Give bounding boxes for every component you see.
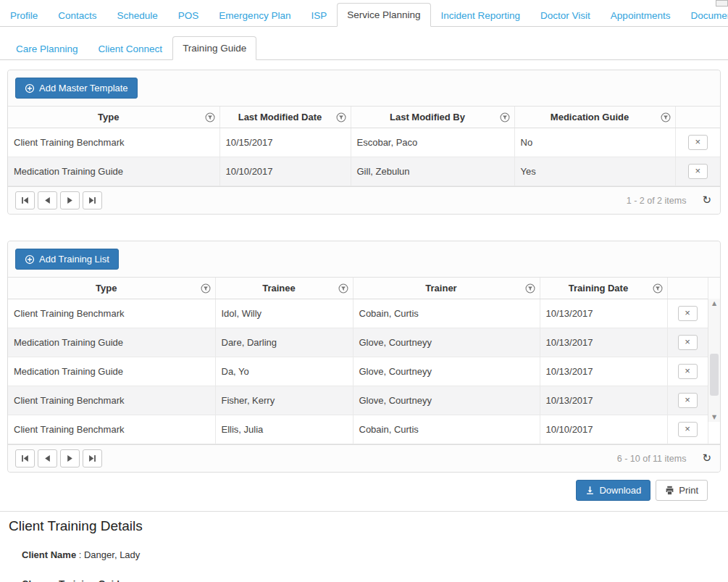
cell-training-date: 10/13/2017 — [540, 299, 667, 328]
cell-type: Medication Training Guide — [8, 157, 219, 186]
column-title: Last Modified Date — [238, 112, 322, 122]
cell-actions: × — [667, 328, 708, 357]
filter-icon[interactable] — [205, 112, 215, 122]
tab-training-guide[interactable]: Training Guide — [172, 36, 256, 60]
cell-trainee: Da, Yo — [215, 357, 353, 386]
column-title: Trainer — [425, 283, 456, 294]
cell-trainer: Cobain, Curtis — [353, 415, 540, 444]
cell-last-modified-date: 10/15/2017 — [219, 128, 351, 157]
page-title: Client Training Details — [9, 518, 728, 534]
pager-first-button[interactable] — [15, 191, 35, 209]
cell-trainee: Dare, Darling — [215, 328, 353, 357]
actions-row: Download Print — [0, 480, 708, 501]
delete-row-button[interactable]: × — [688, 164, 708, 179]
browser-scrollbar-stub — [716, 0, 728, 7]
pager-first-button[interactable] — [15, 449, 35, 467]
cell-type: Client Training Benchmark — [8, 415, 215, 444]
add-training-list-button[interactable]: Add Training List — [15, 249, 119, 270]
tab-care-planning[interactable]: Care Planning — [6, 37, 88, 60]
seek-last-icon — [88, 196, 96, 204]
cell-actions: × — [675, 128, 720, 157]
column-header-type[interactable]: Type — [8, 107, 219, 128]
column-header-last-modified-by[interactable]: Last Modified By — [351, 107, 514, 128]
cell-last-modified-date: 10/10/2017 — [219, 157, 351, 186]
pager-status: 1 - 2 of 2 items — [627, 196, 687, 206]
scrollbar-thumb[interactable] — [710, 354, 719, 396]
column-header-trainer[interactable]: Trainer — [353, 278, 540, 299]
table-row: Client Training Benchmark Ellis, Julia C… — [8, 415, 720, 444]
cell-actions: × — [675, 157, 720, 186]
header-row: Type Last Modified Date Last Modified By — [8, 107, 720, 128]
filter-icon[interactable] — [661, 112, 671, 122]
print-button[interactable]: Print — [656, 480, 708, 501]
tab-schedule[interactable]: Schedule — [107, 4, 168, 27]
scroll-up-icon[interactable]: ▲ — [708, 299, 720, 308]
delete-row-button[interactable]: × — [678, 306, 698, 321]
tab-client-connect[interactable]: Client Connect — [88, 37, 173, 60]
filter-icon[interactable] — [338, 283, 348, 294]
cell-type: Medication Training Guide — [8, 357, 215, 386]
client-name-separator: : — [76, 549, 84, 560]
filter-icon[interactable] — [201, 283, 211, 294]
tab-documents[interactable]: Documents — [680, 4, 728, 27]
delete-row-button[interactable]: × — [678, 393, 698, 408]
refresh-button[interactable]: ↻ — [700, 195, 713, 206]
seek-first-icon — [21, 196, 29, 204]
print-label: Print — [679, 484, 698, 496]
pager-prev-button[interactable] — [38, 449, 57, 467]
download-button[interactable]: Download — [576, 480, 650, 501]
cell-training-date: 10/13/2017 — [540, 357, 667, 386]
seek-last-icon — [88, 454, 96, 462]
tab-appointments[interactable]: Appointments — [601, 4, 681, 27]
cell-trainer: Glove, Courtneyy — [353, 357, 540, 386]
column-header-last-modified-date[interactable]: Last Modified Date — [219, 107, 351, 128]
column-header-training-date[interactable]: Training Date — [540, 278, 667, 299]
pager-last-button[interactable] — [83, 449, 102, 467]
column-header-trainee[interactable]: Trainee — [215, 278, 353, 299]
table-row: Client Training Benchmark 10/15/2017 Esc… — [8, 128, 720, 157]
refresh-icon: ↻ — [702, 194, 711, 207]
sub-tab-bar: Care Planning Client Connect Training Gu… — [0, 33, 728, 60]
pager-prev-button[interactable] — [38, 191, 57, 209]
table-row: Medication Training Guide Da, Yo Glove, … — [8, 357, 720, 386]
tab-doctor-visit[interactable]: Doctor Visit — [530, 4, 601, 27]
cell-medication-guide: No — [514, 128, 675, 157]
scroll-down-icon[interactable]: ▼ — [708, 412, 720, 422]
table-row: Medication Training Guide Dare, Darling … — [8, 328, 720, 357]
cell-medication-guide: Yes — [514, 157, 675, 186]
cell-training-date: 10/13/2017 — [540, 386, 667, 415]
delete-row-button[interactable]: × — [678, 422, 698, 437]
pager-next-button[interactable] — [60, 449, 80, 467]
tab-contacts[interactable]: Contacts — [48, 4, 106, 27]
filter-icon[interactable] — [653, 283, 663, 294]
tab-incident-reporting[interactable]: Incident Reporting — [431, 4, 531, 27]
filter-icon[interactable] — [525, 283, 535, 294]
pager-next-button[interactable] — [60, 191, 80, 209]
add-master-template-button[interactable]: Add Master Template — [15, 78, 138, 99]
tab-service-planning[interactable]: Service Planning — [337, 3, 430, 27]
filter-icon[interactable] — [336, 112, 346, 122]
filter-icon[interactable] — [500, 112, 510, 122]
training-list-toolbar: Add Training List — [8, 241, 720, 278]
delete-row-button[interactable]: × — [688, 135, 708, 150]
refresh-button[interactable]: ↻ — [700, 453, 713, 464]
delete-row-button[interactable]: × — [678, 335, 698, 350]
pager-last-button[interactable] — [83, 191, 102, 209]
x-icon: × — [685, 336, 690, 347]
tab-pos[interactable]: POS — [168, 4, 209, 27]
cell-type: Medication Training Guide — [8, 328, 215, 357]
delete-row-button[interactable]: × — [678, 364, 698, 379]
cell-trainer: Glove, Courtneyy — [353, 328, 540, 357]
prev-page-icon — [43, 196, 51, 204]
x-icon: × — [685, 394, 690, 405]
column-title: Trainee — [262, 283, 296, 294]
cell-actions: × — [667, 357, 708, 386]
x-icon: × — [685, 365, 690, 376]
column-header-medication-guide[interactable]: Medication Guide — [514, 107, 675, 128]
tab-isp[interactable]: ISP — [301, 4, 337, 27]
column-header-type[interactable]: Type — [8, 278, 215, 299]
grid-scrollbar[interactable]: ▲ ▼ — [708, 299, 720, 422]
seek-first-icon — [21, 454, 29, 462]
tab-emergency-plan[interactable]: Emergency Plan — [209, 4, 301, 27]
tab-profile[interactable]: Profile — [0, 4, 48, 27]
